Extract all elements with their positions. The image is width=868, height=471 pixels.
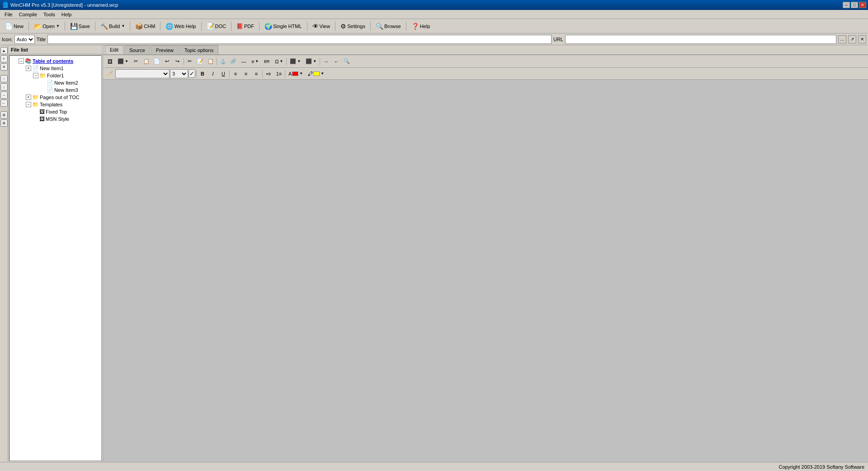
nav-indent-button[interactable]: → [0, 91, 8, 99]
settings-label: Settings [347, 24, 365, 29]
tree-item-toc[interactable]: − 📚 Table of contents [19, 57, 99, 65]
url-browse-button[interactable]: … [838, 35, 846, 43]
editor-btn-unordered-list[interactable]: •≡ [264, 69, 274, 79]
size-select[interactable]: 3 1 2 4 5 6 7 [170, 69, 188, 78]
toc-expander[interactable]: − [19, 58, 24, 64]
icon-select[interactable]: Auto [14, 35, 35, 44]
item1-expander[interactable]: + [26, 66, 31, 71]
toolbar-build[interactable]: 🔨 Build ▼ [97, 20, 128, 32]
editor-btn-redo[interactable]: ↪ [173, 57, 183, 67]
editor-btn-link[interactable]: 🔗 [228, 57, 238, 67]
nav-outdent-button[interactable]: ← [0, 100, 8, 107]
doc-label: DOC [215, 24, 226, 29]
editor-btn-symbol[interactable]: Ω▼ [273, 57, 285, 67]
toolbar-save[interactable]: 💾 Save [67, 20, 93, 32]
editor-btn-font-color[interactable]: A▼ [286, 69, 305, 79]
url-open-button[interactable]: ↗ [848, 35, 856, 43]
nav-delete-button[interactable]: ✕ [0, 63, 8, 71]
editor-btn-align-center[interactable]: ≡ [241, 69, 251, 79]
toolbar-help[interactable]: ❓ Help [408, 20, 434, 32]
editor-btn-specialpaste[interactable]: 📋 [206, 57, 216, 67]
editor-btn-indent[interactable]: → [321, 57, 331, 67]
pages-out-label: Pages out of TOC [40, 95, 80, 100]
tab-source[interactable]: Source [124, 45, 150, 54]
templates-children: 🖼 Fixed Top 🖼 MSN Style [26, 108, 99, 123]
editor-btn-align-left[interactable]: ≡ [231, 69, 241, 79]
toc-children: + 📄 New Item1 − 📁 Folder1 [19, 65, 99, 123]
url-clear-button[interactable]: ✕ [858, 35, 866, 43]
templates-expander[interactable]: − [26, 102, 31, 107]
nav-extra2-button[interactable]: ⊗ [0, 119, 8, 127]
toolbar-open[interactable]: 📂 Open ▼ [31, 20, 63, 32]
toolbar-doc[interactable]: 📝 DOC [203, 20, 229, 32]
toolbar-chm[interactable]: 📦 CHM [132, 20, 158, 32]
tree-item-folder1[interactable]: − 📁 Folder1 [33, 72, 99, 79]
tab-edit[interactable]: Edit [105, 45, 123, 54]
editor-btn-anchor[interactable]: ⚓ [218, 57, 228, 67]
size-apply-button[interactable]: ✓ [189, 69, 195, 78]
menu-tools[interactable]: Tools [41, 11, 58, 18]
tree-item-msn-style[interactable]: 🖼 MSN Style [33, 115, 99, 123]
tree-item-newitem2[interactable]: 📄 New Item2 [40, 79, 99, 86]
left-panel: File list − 📚 Table of contents + 📄 New … [8, 45, 103, 462]
browse-label: Browse [384, 24, 401, 29]
editor-btn-italic[interactable]: I [208, 69, 218, 79]
editor-btn-br[interactable]: BR [261, 57, 272, 67]
menu-help[interactable]: Help [59, 11, 75, 18]
editor-btn-pastetext[interactable]: 📝 [195, 57, 205, 67]
tree-item-templates[interactable]: − 📁 Templates [26, 101, 99, 108]
url-input[interactable] [565, 35, 836, 44]
editor-btn-outdent[interactable]: ← [331, 57, 341, 67]
editor-btn-align-right[interactable]: ≡ [251, 69, 261, 79]
toolbar-webhelp[interactable]: 🌐 Web Help [162, 20, 199, 32]
nav-move-up-button[interactable]: ↑ [0, 75, 8, 82]
editor-btn-hrule[interactable]: ― [239, 57, 249, 67]
maximize-button[interactable]: □ [851, 2, 858, 8]
editor-btn-undo[interactable]: ↩ [162, 57, 172, 67]
save-label: Save [79, 24, 90, 29]
tab-topic-options[interactable]: Topic options [179, 45, 218, 54]
font-select[interactable] [115, 69, 170, 78]
editor-btn-cut[interactable]: ✂ [131, 57, 141, 67]
status-text: Copyright 2003-2019 Softany Software [778, 464, 864, 470]
minimize-button[interactable]: ─ [843, 2, 850, 8]
editor-btn-bold[interactable]: B [198, 69, 208, 79]
toolbar-new[interactable]: 📄 New [2, 20, 27, 32]
editor-btn-image[interactable]: 🖼 [105, 57, 115, 67]
editor-btn-find[interactable]: 🔍 [342, 57, 352, 67]
tree-item-pages-out[interactable]: + 📁 Pages out of TOC [26, 94, 99, 101]
toolbar-singlehtml[interactable]: 🌍 Single HTML [261, 20, 305, 32]
menu-file[interactable]: File [2, 11, 15, 18]
editor-btn-format[interactable]: ⬛▼ [303, 57, 319, 67]
tree-item-fixed-top[interactable]: 🖼 Fixed Top [33, 108, 99, 115]
nav-insert-button[interactable]: + [0, 55, 8, 62]
pages-out-expander[interactable]: + [26, 95, 31, 100]
toolbar-settings[interactable]: ⚙ Settings [337, 20, 368, 32]
editor-btn-style[interactable]: ⬛▼ [288, 57, 303, 67]
editor-btn-clearformat[interactable]: 🧹 [105, 69, 115, 79]
editor-btn-copy[interactable]: 📋 [142, 57, 151, 67]
editor-btn-ordered-list[interactable]: 1≡ [274, 69, 284, 79]
app: 📘 WinCHM Pro v5.3 [Unregistered] - unnam… [0, 0, 868, 471]
toolbar-browse[interactable]: 🔍 Browse [373, 20, 404, 32]
tree-item-newitem1[interactable]: + 📄 New Item1 [26, 65, 99, 72]
menu-compile[interactable]: Compile [16, 11, 40, 18]
editor-btn-bg-color[interactable]: 🖍▼ [306, 69, 326, 79]
close-button[interactable]: ✕ [859, 2, 866, 8]
tab-preview[interactable]: Preview [151, 45, 179, 54]
nav-up-button[interactable]: ▲ [0, 47, 8, 54]
editor-btn-paste[interactable]: 📄 [152, 57, 162, 67]
toolbar-pdf[interactable]: 📕 PDF [233, 20, 257, 32]
editor-btn-list[interactable]: ≡▼ [249, 57, 261, 67]
title-input[interactable] [47, 35, 552, 44]
nav-extra-button[interactable]: ⊕ [0, 111, 8, 119]
folder1-expander[interactable]: − [33, 73, 38, 78]
editor-btn-table[interactable]: ⬛▼ [115, 57, 131, 67]
editor-btn-underline[interactable]: U [218, 69, 228, 79]
editor-btn-remove[interactable]: ✂ [185, 57, 195, 67]
toolbar-view[interactable]: 👁 View [309, 20, 334, 32]
tree-item-newitem3[interactable]: 📄 New Item3 [40, 86, 99, 94]
save-icon: 💾 [70, 23, 78, 30]
nav-move-down-button[interactable]: ↓ [0, 83, 8, 90]
file-list-tab[interactable]: File list [8, 45, 103, 54]
